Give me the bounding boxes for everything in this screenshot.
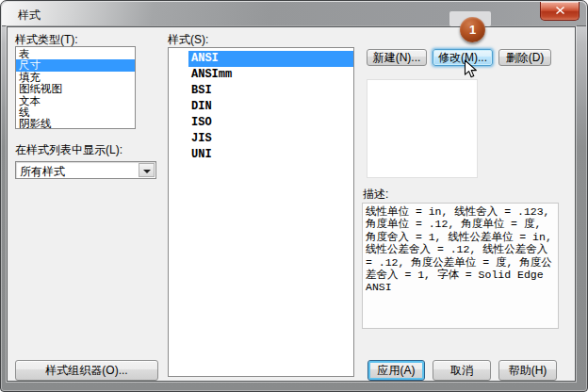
list-item[interactable]: 文本 bbox=[16, 95, 135, 106]
new-button[interactable]: 新建(N)... bbox=[367, 49, 427, 66]
style-name-list[interactable]: ANSIANSImmBSIDINISOJISUNI bbox=[168, 47, 354, 377]
style-type-list[interactable]: 表尺寸填充图纸视图文本线阴影线 bbox=[15, 46, 136, 129]
show-in-list-label: 在样式列表中显示(L): bbox=[15, 142, 122, 158]
close-icon bbox=[556, 4, 564, 17]
title-bar[interactable]: 样式 bbox=[2, 2, 586, 26]
help-button[interactable]: 帮助(H) bbox=[498, 360, 557, 381]
close-button[interactable] bbox=[540, 2, 580, 21]
window-frame: 样式 样式类型(T): 表尺寸填充图纸视图文本线阴影线 在样式列表中显示(L):… bbox=[0, 0, 588, 392]
list-item[interactable]: ANSI bbox=[169, 51, 353, 67]
list-item[interactable]: UNI bbox=[169, 147, 353, 163]
list-item[interactable]: DIN bbox=[169, 99, 353, 115]
list-item[interactable]: BSI bbox=[169, 83, 353, 99]
list-item[interactable]: JIS bbox=[169, 131, 353, 147]
list-item[interactable]: 尺寸 bbox=[16, 59, 135, 71]
list-item[interactable]: 图纸视图 bbox=[16, 83, 135, 94]
cancel-button[interactable]: 取消 bbox=[433, 360, 491, 381]
list-item[interactable]: 表 bbox=[16, 48, 135, 59]
list-item[interactable]: 线 bbox=[16, 106, 135, 118]
mouse-cursor-icon bbox=[464, 59, 478, 83]
list-item[interactable]: ANSImm bbox=[169, 67, 353, 83]
list-item[interactable]: 填充 bbox=[16, 72, 135, 83]
style-organizer-button[interactable]: 样式组织器(O)... bbox=[15, 360, 158, 381]
list-item[interactable]: 阴影线 bbox=[16, 118, 135, 129]
delete-button[interactable]: 删除(D) bbox=[498, 49, 551, 66]
modify-button[interactable]: 修改(M)... bbox=[433, 49, 493, 66]
show-styles-combobox[interactable]: 所有样式 bbox=[15, 161, 156, 179]
styles-label: 样式(S): bbox=[168, 32, 208, 48]
description-label: 描述: bbox=[363, 187, 388, 203]
list-item[interactable]: ISO bbox=[169, 115, 353, 131]
combobox-dropdown-button[interactable] bbox=[139, 163, 155, 177]
window-title: 样式 bbox=[18, 8, 41, 24]
chevron-down-icon bbox=[143, 170, 151, 173]
styles-dialog: 样式 样式类型(T): 表尺寸填充图纸视图文本线阴影线 在样式列表中显示(L):… bbox=[0, 0, 588, 392]
style-preview-area bbox=[367, 79, 478, 178]
step-badge: 1 bbox=[460, 17, 485, 42]
combobox-value: 所有样式 bbox=[20, 164, 65, 180]
description-text: 线性单位 = in, 线性舍入 = .123, 角度单位 = .12, 角度单位… bbox=[362, 203, 559, 329]
apply-button[interactable]: 应用(A) bbox=[368, 360, 425, 381]
